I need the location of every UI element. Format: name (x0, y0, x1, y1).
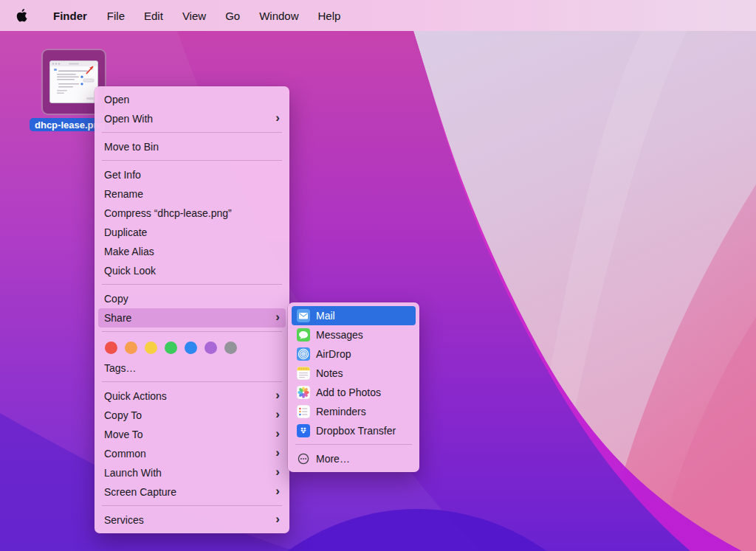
share-option-notes[interactable]: Notes (292, 364, 416, 383)
share-option-more[interactable]: More… (292, 449, 416, 468)
tag-green[interactable] (165, 342, 177, 354)
menu-separator (102, 331, 282, 332)
menu-item-copy-to[interactable]: Copy To › (98, 406, 286, 425)
menu-item-compress[interactable]: Compress “dhcp-lease.png” (98, 204, 286, 223)
tag-gray[interactable] (224, 342, 237, 354)
menu-item-services[interactable]: Services › (98, 510, 286, 530)
menu-separator (295, 444, 412, 445)
chevron-right-icon: › (275, 108, 280, 128)
menu-separator (102, 160, 282, 161)
chevron-right-icon: › (275, 443, 280, 462)
menu-item-launch-with[interactable]: Launch With › (98, 463, 286, 482)
share-option-reminders[interactable]: Reminders (292, 402, 416, 421)
chevron-right-icon: › (275, 462, 280, 482)
menu-separator (102, 505, 282, 506)
menu-item-common[interactable]: Common › (98, 444, 286, 463)
chevron-right-icon: › (275, 482, 280, 501)
tag-red[interactable] (105, 342, 117, 354)
menu-item-duplicate[interactable]: Duplicate (98, 223, 286, 242)
share-option-airdrop[interactable]: AirDrop (292, 344, 416, 364)
tag-orange[interactable] (125, 342, 137, 354)
menu-item-share[interactable]: Share › (98, 308, 286, 328)
tag-blue[interactable] (185, 342, 197, 354)
apple-menu[interactable] (16, 9, 28, 23)
menu-item-screen-capture[interactable]: Screen Capture › (98, 482, 286, 502)
share-option-dropbox-transfer[interactable]: Dropbox Transfer (292, 421, 416, 440)
share-option-add-to-photos[interactable]: Add to Photos (292, 383, 416, 402)
share-option-messages[interactable]: Messages (292, 325, 416, 344)
tag-purple[interactable] (205, 342, 217, 354)
menubar-item-file[interactable]: File (97, 10, 134, 22)
messages-app-icon (297, 328, 310, 342)
tag-color-row (94, 336, 289, 358)
menubar-item-finder[interactable]: Finder (43, 10, 97, 22)
menu-item-copy[interactable]: Copy (98, 289, 286, 308)
tag-yellow[interactable] (145, 342, 157, 354)
menu-bar: Finder File Edit View Go Window Help (0, 0, 756, 31)
apple-logo-icon (16, 9, 27, 22)
menu-item-make-alias[interactable]: Make Alias (98, 242, 286, 261)
chevron-right-icon: › (275, 405, 280, 424)
mail-app-icon (297, 309, 310, 322)
menu-separator (102, 381, 282, 382)
chevron-right-icon: › (275, 308, 280, 327)
airdrop-icon (297, 347, 310, 361)
chevron-right-icon: › (275, 510, 280, 529)
menubar-item-help[interactable]: Help (309, 10, 351, 22)
notes-app-icon (297, 367, 310, 380)
menu-item-move-to[interactable]: Move To › (98, 425, 286, 444)
dropbox-icon (297, 424, 310, 437)
context-menu: Open Open With › Move to Bin Get Info Re… (94, 86, 289, 533)
share-submenu: Mail Messages AirDrop (288, 302, 419, 472)
more-icon (297, 452, 310, 465)
menu-item-tags[interactable]: Tags… (98, 358, 286, 378)
menu-separator (102, 284, 282, 285)
menu-item-move-to-bin[interactable]: Move to Bin (98, 137, 286, 156)
menu-item-quick-actions[interactable]: Quick Actions › (98, 387, 286, 406)
menu-item-get-info[interactable]: Get Info (98, 165, 286, 184)
menu-item-quick-look[interactable]: Quick Look (98, 261, 286, 280)
menubar-item-view[interactable]: View (173, 10, 216, 22)
menu-item-open-with[interactable]: Open With › (98, 109, 286, 128)
reminders-app-icon (297, 405, 310, 418)
chevron-right-icon: › (275, 424, 280, 443)
menubar-item-window[interactable]: Window (250, 10, 308, 22)
menubar-item-edit[interactable]: Edit (134, 10, 173, 22)
menu-item-rename[interactable]: Rename (98, 184, 286, 204)
file-thumbnail (49, 60, 98, 103)
menubar-item-go[interactable]: Go (216, 10, 250, 22)
menu-item-open[interactable]: Open (98, 90, 286, 109)
photos-app-icon (297, 386, 310, 399)
menu-separator (102, 132, 282, 133)
chevron-right-icon: › (275, 386, 280, 405)
share-option-mail[interactable]: Mail (292, 306, 416, 325)
